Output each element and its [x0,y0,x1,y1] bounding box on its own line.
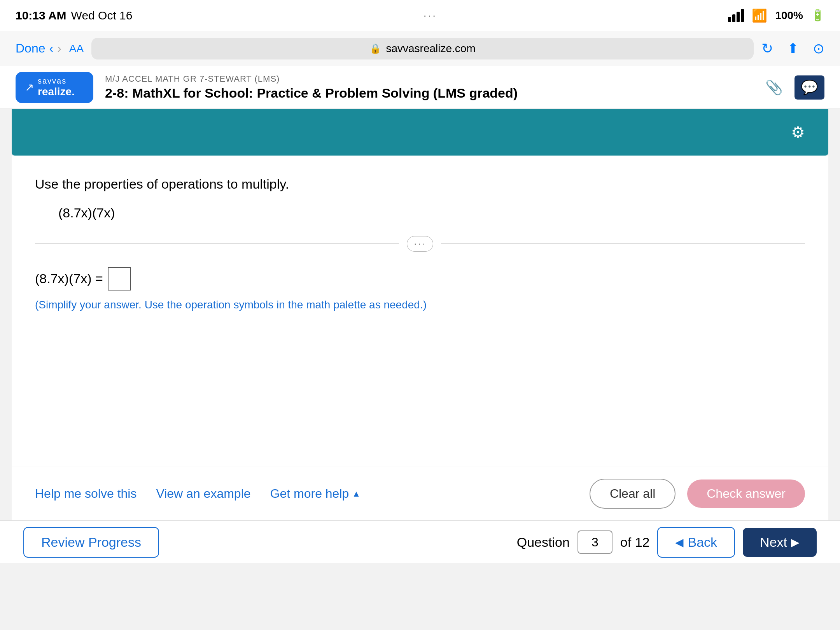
lock-icon: 🔒 [369,43,381,54]
share-button[interactable]: ⬆ [787,40,799,57]
help-links: Help me solve this View an example Get m… [35,486,360,501]
question-number-input[interactable] [578,530,612,554]
main-content: Use the properties of operations to mult… [12,156,828,467]
clear-all-button[interactable]: Clear all [590,479,676,509]
wifi-icon: 📶 [752,8,767,23]
battery-text: 100% [775,9,803,22]
review-progress-button[interactable]: Review Progress [23,527,159,558]
savvas-logo[interactable]: ↗ savvas realize. [16,72,93,103]
get-more-help-caret: ▲ [352,489,360,499]
question-total: of 12 [620,535,650,550]
status-bar: 10:13 AM Wed Oct 16 ··· 📶 100% 🔋 [0,0,840,31]
answer-hint: (Simplify your answer. Use the operation… [35,297,805,313]
logo-external-link-icon: ↗ [25,81,34,94]
status-time: 10:13 AM [16,9,66,22]
browser-bar: Done ‹ › AA 🔒 savvasrealize.com ↻ ⬆ ⊙ [0,31,840,66]
question-nav: Question of 12 ◀ Back Next ▶ [517,527,817,558]
next-arrow-icon: ▶ [791,536,800,549]
answer-label: (8.7x)(7x) = [35,271,103,286]
battery-icon: 🔋 [811,9,824,22]
help-actions: Clear all Check answer [590,479,805,509]
check-answer-button[interactable]: Check answer [687,480,805,508]
back-button[interactable]: ◀ Back [657,527,735,558]
answer-input[interactable] [108,267,131,290]
logo-main-text: realize. [38,86,75,98]
answer-row: (8.7x)(7x) = [35,267,805,290]
url-bar[interactable]: 🔒 savvasrealize.com [91,38,754,60]
back-label: Back [688,535,717,550]
next-button[interactable]: Next ▶ [743,528,817,557]
divider-line-left [35,243,399,244]
bottom-nav: Review Progress Question of 12 ◀ Back Ne… [0,520,840,563]
browser-forward-button[interactable]: › [57,41,61,56]
signal-icon [728,9,744,22]
get-more-help-text: Get more help [270,486,349,501]
reload-button[interactable]: ↻ [761,40,773,57]
back-arrow-icon: ◀ [675,536,684,549]
logo-subtext: savvas [38,77,75,86]
problem-expression: (8.7x)(7x) [58,205,805,220]
problem-instruction: Use the properties of operations to mult… [35,175,805,194]
text-size-button[interactable]: AA [69,42,84,55]
status-date: Wed Oct 16 [71,9,133,22]
app-header: ↗ savvas realize. M/J ACCEL MATH GR 7-ST… [0,66,840,109]
divider-line-right [441,243,805,244]
teal-banner: ⚙ [12,109,828,156]
question-label: Question [517,535,570,550]
help-bar: Help me solve this View an example Get m… [12,467,828,520]
attachment-icon[interactable]: 📎 [765,79,783,96]
breadcrumb: M/J ACCEL MATH GR 7-STEWART (LMS) [105,74,518,84]
browser-back-button[interactable]: ‹ [49,41,54,56]
help-me-solve-link[interactable]: Help me solve this [35,486,136,501]
comment-icon[interactable]: 💬 [794,75,824,100]
divider: ··· [35,236,805,252]
bookmarks-button[interactable]: ⊙ [813,40,824,57]
page-title: 2-8: MathXL for School: Practice & Probl… [105,86,518,101]
done-button[interactable]: Done [16,41,46,56]
url-text: savvasrealize.com [386,42,475,55]
get-more-help-link[interactable]: Get more help ▲ [270,486,361,501]
next-label: Next [760,535,787,550]
view-example-link[interactable]: View an example [156,486,250,501]
divider-dots: ··· [407,236,433,252]
status-dots: ··· [424,9,437,22]
settings-icon[interactable]: ⚙ [791,123,805,141]
